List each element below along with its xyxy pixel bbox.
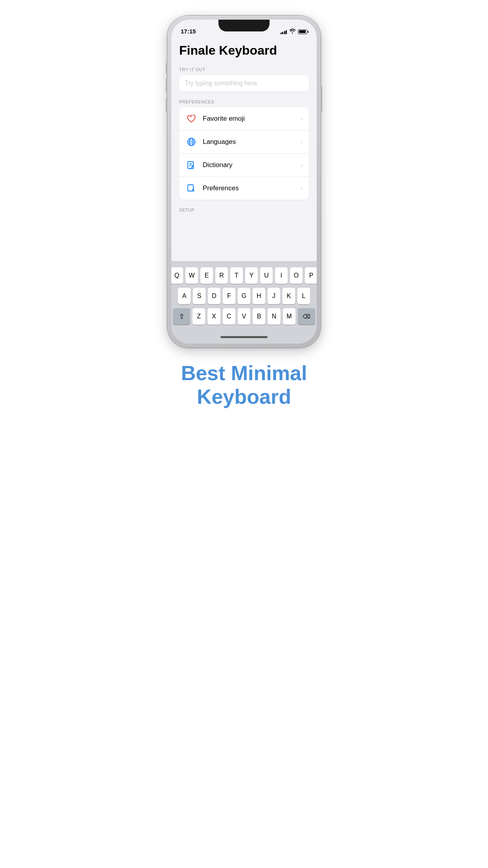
chevron-icon: › (301, 116, 303, 122)
list-item-preferences[interactable]: Preferences › (179, 177, 309, 200)
tagline: Best Minimal Keyboard (173, 362, 315, 409)
volume-down-button[interactable] (166, 98, 167, 112)
key-z[interactable]: Z (193, 308, 205, 325)
key-f[interactable]: F (223, 288, 235, 304)
try-input[interactable] (185, 80, 303, 87)
key-l[interactable]: L (297, 288, 310, 304)
key-k[interactable]: K (283, 288, 295, 304)
key-n[interactable]: N (268, 308, 280, 325)
key-v[interactable]: V (238, 308, 250, 325)
list-item-dictionary[interactable]: A Dictionary › (179, 154, 309, 177)
keyboard: Q W E R T Y U I O P A S (171, 264, 317, 330)
tagline-line1: Best Minimal (181, 362, 307, 384)
signal-icon (281, 29, 287, 34)
keyboard-row-1: Q W E R T Y U I O P (173, 267, 315, 284)
key-j[interactable]: J (268, 288, 280, 304)
status-icons (281, 29, 308, 35)
key-o[interactable]: O (290, 267, 303, 284)
key-a[interactable]: A (178, 288, 191, 304)
edit-icon (185, 182, 197, 194)
key-r[interactable]: R (215, 267, 228, 284)
key-u[interactable]: U (260, 267, 273, 284)
wifi-icon (289, 29, 295, 35)
dictionary-icon: A (185, 159, 197, 171)
key-w[interactable]: W (185, 267, 198, 284)
phone-frame: 17:15 (167, 16, 321, 348)
favorite-emoji-label: Favorite emoji (203, 115, 301, 123)
key-s[interactable]: S (193, 288, 205, 304)
silent-button[interactable] (166, 63, 167, 74)
key-m[interactable]: M (283, 308, 295, 325)
app-title: Finale Keyboard (179, 43, 309, 58)
key-h[interactable]: H (253, 288, 265, 304)
app-scroll: Finale Keyboard TRY IT OUT PREFERENCES (171, 37, 317, 261)
key-e[interactable]: E (200, 267, 213, 284)
keyboard-row-2: A S D F G H J K L (173, 288, 315, 304)
key-q[interactable]: Q (171, 267, 183, 284)
try-input-container (179, 75, 309, 92)
app-content: Finale Keyboard TRY IT OUT PREFERENCES (171, 37, 317, 344)
key-c[interactable]: C (223, 308, 235, 325)
key-y[interactable]: Y (245, 267, 258, 284)
keyboard-row-3: ⇧ Z X C V B N M ⌫ (173, 308, 315, 325)
battery-icon (298, 29, 307, 34)
home-indicator (171, 330, 317, 344)
key-p[interactable]: P (305, 267, 317, 284)
list-item-languages[interactable]: Languages › (179, 131, 309, 154)
globe-icon (185, 136, 197, 148)
preferences-label: Preferences (203, 184, 301, 192)
notch (218, 20, 270, 31)
chevron-icon: › (301, 162, 303, 168)
dictionary-label: Dictionary (203, 161, 301, 169)
home-bar (220, 336, 268, 338)
shift-key[interactable]: ⇧ (173, 308, 190, 325)
power-button[interactable] (321, 86, 322, 112)
delete-key[interactable]: ⌫ (298, 308, 315, 325)
key-d[interactable]: D (208, 288, 220, 304)
status-time: 17:15 (181, 28, 196, 35)
preferences-list: Favorite emoji › (179, 107, 309, 200)
heart-icon (185, 113, 197, 125)
keyboard-section: Q W E R T Y U I O P A S (171, 261, 317, 344)
key-x[interactable]: X (207, 308, 220, 325)
languages-label: Languages (203, 138, 301, 146)
key-t[interactable]: T (230, 267, 243, 284)
volume-up-button[interactable] (166, 79, 167, 93)
preferences-section-label: PREFERENCES (179, 99, 309, 104)
list-item-favorite-emoji[interactable]: Favorite emoji › (179, 107, 309, 131)
chevron-icon: › (301, 139, 303, 145)
phone-screen: 17:15 (171, 20, 317, 344)
try-it-out-label: TRY IT OUT (179, 67, 309, 72)
key-g[interactable]: G (238, 288, 250, 304)
svg-text:A: A (191, 165, 194, 169)
chevron-icon: › (301, 185, 303, 191)
setup-label: SETUP (179, 208, 309, 212)
key-b[interactable]: B (253, 308, 265, 325)
tagline-line2: Keyboard (197, 385, 291, 408)
key-i[interactable]: I (275, 267, 288, 284)
